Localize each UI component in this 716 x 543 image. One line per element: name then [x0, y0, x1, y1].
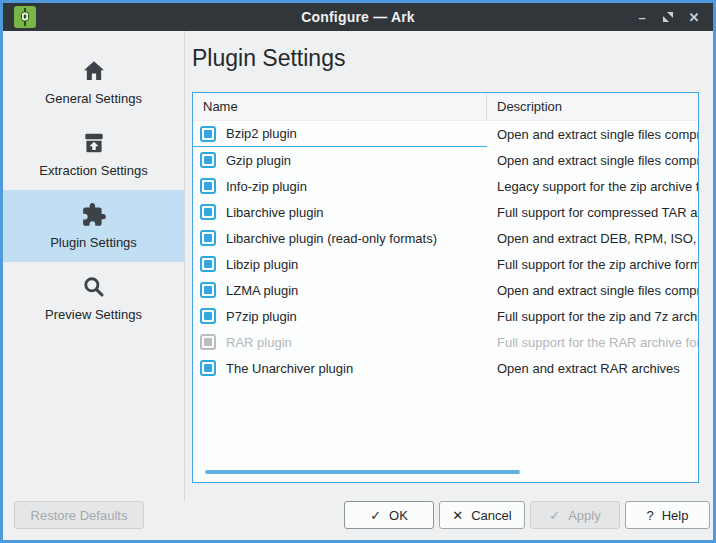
plugin-name: Gzip plugin	[226, 153, 291, 168]
plugin-name: Info-zip plugin	[226, 179, 307, 194]
ok-label: OK	[389, 508, 408, 523]
sidebar-item-extraction-settings[interactable]: Extraction Settings	[3, 118, 184, 190]
plugin-description: Open and extract single files compressed…	[497, 127, 698, 142]
titlebar: Configure — Ark – ✕	[3, 3, 713, 31]
restore-defaults-button: Restore Defaults	[14, 501, 144, 529]
table-row[interactable]: Bzip2 plugin Open and extract single fil…	[193, 121, 698, 147]
table-row[interactable]: Libarchive plugin (read-only formats) Op…	[193, 225, 698, 251]
dialog-footer: Restore Defaults ✓ OK ✕ Cancel ✓ Apply ?…	[3, 500, 713, 540]
table-row[interactable]: The Unarchiver plugin Open and extract R…	[193, 355, 698, 381]
plugin-name: P7zip plugin	[226, 309, 297, 324]
window-title: Configure — Ark	[301, 9, 415, 25]
plugin-description: Open and extract single files compressed…	[497, 153, 698, 168]
plugin-checkbox[interactable]	[200, 178, 216, 194]
plugin-name: RAR plugin	[226, 335, 292, 350]
plugin-checkbox[interactable]	[200, 126, 216, 142]
table-rows: Bzip2 plugin Open and extract single fil…	[193, 121, 698, 381]
close-button[interactable]: ✕	[683, 6, 705, 28]
maximize-button[interactable]	[657, 6, 679, 28]
cancel-label: Cancel	[471, 508, 511, 523]
restore-icon	[662, 11, 674, 23]
apply-label: Apply	[568, 508, 601, 523]
table-header: Name Description	[193, 93, 698, 121]
plugin-checkbox[interactable]	[200, 152, 216, 168]
check-icon: ✓	[370, 508, 381, 523]
help-label: Help	[662, 508, 689, 523]
plugin-name: LZMA plugin	[226, 283, 298, 298]
sidebar-item-label: General Settings	[45, 91, 142, 106]
ark-app-icon	[14, 6, 36, 28]
archive-icon	[81, 130, 107, 156]
plugin-description: Open and extract RAR archives	[497, 361, 680, 376]
table-row[interactable]: RAR plugin Full support for the RAR arch…	[193, 329, 698, 355]
plugin-name: Bzip2 plugin	[226, 126, 297, 141]
cross-icon: ✕	[452, 508, 463, 523]
sidebar-item-preview-settings[interactable]: Preview Settings	[3, 262, 184, 334]
plugin-checkbox	[200, 334, 216, 350]
plugin-description: Full support for the zip archive format	[497, 257, 698, 272]
plugin-name: Libzip plugin	[226, 257, 298, 272]
plugin-description: Full support for compressed TAR archives	[497, 205, 698, 220]
sidebar-item-label: Extraction Settings	[39, 163, 147, 178]
magnifier-icon	[81, 274, 107, 300]
plugin-name: Libarchive plugin	[226, 205, 324, 220]
plugin-name: The Unarchiver plugin	[226, 361, 353, 376]
plugin-description: Legacy support for the zip archive forma…	[497, 179, 698, 194]
plugin-checkbox[interactable]	[200, 360, 216, 376]
plugin-checkbox[interactable]	[200, 204, 216, 220]
main-panel: Plugin Settings Name Description Bzip2 p…	[185, 31, 713, 500]
apply-button: ✓ Apply	[530, 501, 620, 529]
column-header-name[interactable]: Name	[193, 93, 487, 120]
minimize-button[interactable]: –	[631, 6, 653, 28]
plugin-description: Open and extract single files compressed…	[497, 283, 698, 298]
check-icon: ✓	[549, 508, 560, 523]
table-row[interactable]: Gzip plugin Open and extract single file…	[193, 147, 698, 173]
page-title: Plugin Settings	[192, 45, 697, 71]
plugin-description: Full support for the zip and 7z archive …	[497, 309, 698, 324]
sidebar-item-label: Preview Settings	[45, 307, 142, 322]
plugin-table[interactable]: Name Description Bzip2 plugin Open and e…	[192, 92, 699, 483]
plugin-checkbox[interactable]	[200, 282, 216, 298]
horizontal-scrollbar[interactable]	[205, 470, 520, 474]
configure-dialog: Configure — Ark – ✕ General Settings	[0, 0, 716, 543]
plugin-checkbox[interactable]	[200, 230, 216, 246]
plugin-description: Open and extract DEB, RPM, ISO, AppImage…	[497, 231, 698, 246]
plugin-name: Libarchive plugin (read-only formats)	[226, 231, 437, 246]
sidebar-item-plugin-settings[interactable]: Plugin Settings	[3, 190, 184, 262]
plugin-description: Full support for the RAR archive format	[497, 335, 698, 350]
home-icon	[81, 58, 107, 84]
table-row[interactable]: Info-zip plugin Legacy support for the z…	[193, 173, 698, 199]
question-icon: ?	[647, 508, 654, 523]
sidebar-item-general-settings[interactable]: General Settings	[3, 46, 184, 118]
puzzle-icon	[81, 202, 107, 228]
cancel-button[interactable]: ✕ Cancel	[439, 501, 525, 529]
restore-defaults-label: Restore Defaults	[31, 508, 128, 523]
table-row[interactable]: Libarchive plugin Full support for compr…	[193, 199, 698, 225]
ok-button[interactable]: ✓ OK	[344, 501, 434, 529]
help-button[interactable]: ? Help	[625, 501, 710, 529]
settings-sidebar: General Settings Extraction Settings Plu…	[3, 31, 185, 500]
plugin-checkbox[interactable]	[200, 256, 216, 272]
sidebar-item-label: Plugin Settings	[50, 235, 137, 250]
table-row[interactable]: LZMA plugin Open and extract single file…	[193, 277, 698, 303]
plugin-checkbox[interactable]	[200, 308, 216, 324]
table-row[interactable]: Libzip plugin Full support for the zip a…	[193, 251, 698, 277]
column-header-description[interactable]: Description	[487, 93, 698, 120]
table-row[interactable]: P7zip plugin Full support for the zip an…	[193, 303, 698, 329]
